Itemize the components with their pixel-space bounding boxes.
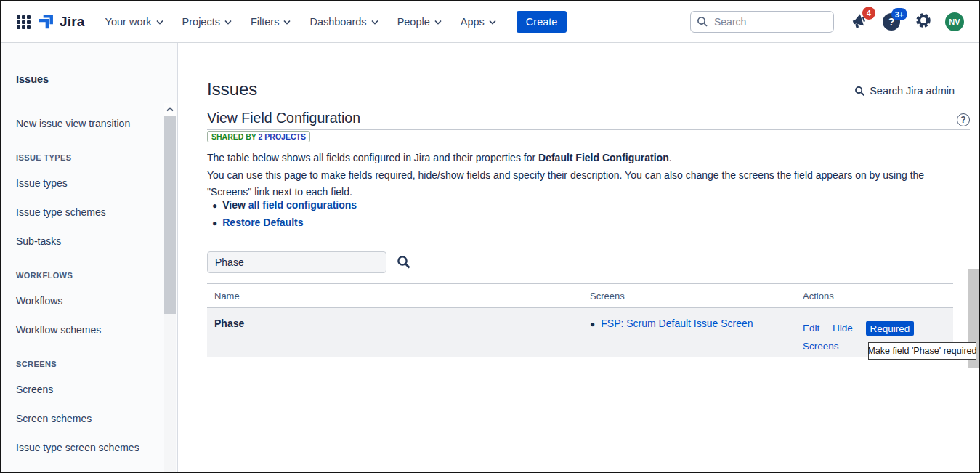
help-button[interactable]: ? 3+ bbox=[883, 13, 900, 31]
sidebar-item-workflow-schemes[interactable]: Workflow schemes bbox=[16, 324, 101, 336]
required-tooltip: Make field 'Phase' required bbox=[868, 342, 976, 360]
table-row: Phase ●FSP: Scrum Default Issue Screen E… bbox=[207, 308, 953, 357]
nav-item-your-work[interactable]: Your work bbox=[105, 16, 163, 28]
navbar-right: 4 ? 3+ NV bbox=[690, 11, 968, 33]
sidebar-section-workflows: WORKFLOWS bbox=[16, 271, 73, 280]
restore-defaults-link[interactable]: Restore Defaults bbox=[222, 217, 303, 228]
settings-button[interactable] bbox=[915, 12, 932, 32]
required-action-link[interactable]: Required bbox=[866, 321, 915, 336]
sidebar-section-screens: SCREENS bbox=[16, 360, 57, 368]
magnifier-icon bbox=[854, 86, 865, 97]
sidebar-item-issue-type-schemes[interactable]: Issue type schemes bbox=[16, 206, 106, 218]
section-help-icon[interactable]: ? bbox=[957, 113, 970, 126]
search-icon bbox=[697, 16, 708, 31]
field-screens-cell: ●FSP: Scrum Default Issue Screen bbox=[590, 318, 753, 329]
user-avatar[interactable]: NV bbox=[945, 12, 964, 31]
bullet-dot: ● bbox=[212, 218, 217, 228]
jira-admin-window: Jira Your work Projects Filters Dashboar… bbox=[0, 0, 980, 473]
description-paragraph: You can use this page to make fields req… bbox=[207, 167, 970, 201]
sidebar-item-screens[interactable]: Screens bbox=[16, 384, 53, 395]
filter-search-icon[interactable] bbox=[397, 255, 411, 272]
sidebar-item-screen-schemes[interactable]: Screen schemes bbox=[16, 413, 92, 424]
sidebar-scrollbar[interactable] bbox=[164, 103, 176, 472]
jira-logo[interactable]: Jira bbox=[38, 12, 85, 33]
search-jira-admin-link[interactable]: Search Jira admin bbox=[854, 85, 955, 97]
jira-logo-text: Jira bbox=[60, 14, 85, 30]
chevron-down-icon bbox=[371, 20, 378, 25]
sidebar-title: Issues bbox=[16, 73, 49, 85]
global-search bbox=[690, 11, 834, 33]
column-header-screens: Screens bbox=[590, 291, 625, 302]
config-name-bold: Default Field Configuration bbox=[538, 152, 669, 163]
chevron-down-icon bbox=[283, 20, 291, 25]
field-configuration-table: Name Screens Actions Phase ●FSP: Scrum D… bbox=[207, 283, 953, 357]
gear-icon bbox=[915, 19, 932, 31]
sidebar-item-new-issue-view-transition[interactable]: New issue view transition bbox=[16, 118, 130, 129]
sidebar-scrollbar-thumb[interactable] bbox=[164, 116, 176, 314]
column-header-actions: Actions bbox=[803, 291, 834, 302]
bullet-dot: ● bbox=[212, 201, 217, 211]
screen-link[interactable]: FSP: Scrum Default Issue Screen bbox=[601, 318, 753, 329]
app-switcher-icon[interactable] bbox=[17, 15, 31, 29]
help-count-badge: 3+ bbox=[891, 8, 907, 20]
bullet-dot: ● bbox=[590, 319, 595, 329]
intro-paragraph: The table below shows all fields configu… bbox=[207, 150, 970, 166]
all-field-configurations-link[interactable]: all field configurations bbox=[248, 199, 357, 211]
sidebar-item-issue-types[interactable]: Issue types bbox=[16, 177, 68, 189]
chevron-up-icon bbox=[166, 107, 174, 112]
nav-item-people[interactable]: People bbox=[397, 16, 442, 28]
nav-item-projects[interactable]: Projects bbox=[182, 16, 232, 28]
chevron-down-icon bbox=[224, 20, 232, 25]
chevron-down-icon bbox=[156, 20, 163, 25]
search-input[interactable] bbox=[690, 11, 834, 33]
nav-item-apps[interactable]: Apps bbox=[461, 16, 496, 28]
page-title: Issues bbox=[207, 79, 257, 100]
megaphone-icon bbox=[850, 20, 868, 32]
sidebar-item-sub-tasks[interactable]: Sub-tasks bbox=[16, 235, 61, 247]
edit-action-link[interactable]: Edit bbox=[803, 323, 819, 333]
nav-item-filters[interactable]: Filters bbox=[251, 16, 291, 28]
admin-sidebar: Issues New issue view transition ISSUE T… bbox=[1, 43, 178, 472]
create-button[interactable]: Create bbox=[517, 11, 567, 33]
column-header-name: Name bbox=[214, 291, 240, 302]
shared-count-label: 2 PROJECTS bbox=[259, 132, 306, 141]
view-all-configurations-item: ●View all field configurations bbox=[212, 199, 357, 211]
sidebar-section-issue-types: ISSUE TYPES bbox=[16, 153, 72, 162]
nav-item-dashboards[interactable]: Dashboards bbox=[309, 16, 378, 28]
sidebar-item-issue-type-screen-schemes[interactable]: Issue type screen schemes bbox=[16, 442, 139, 453]
screens-action-link[interactable]: Screens bbox=[803, 341, 839, 352]
jira-logo-icon bbox=[38, 12, 56, 33]
field-filter-input[interactable] bbox=[207, 251, 386, 273]
shared-by-badge[interactable]: SHARED BY 2 PROJECTS bbox=[207, 131, 310, 142]
restore-defaults-item: ●Restore Defaults bbox=[212, 217, 304, 228]
table-header-row: Name Screens Actions bbox=[207, 283, 953, 308]
chevron-down-icon bbox=[434, 20, 442, 25]
heading-divider bbox=[207, 129, 970, 130]
shared-by-label: SHARED BY bbox=[211, 132, 259, 141]
field-name-cell: Phase bbox=[214, 318, 244, 329]
top-navbar: Jira Your work Projects Filters Dashboar… bbox=[1, 1, 979, 43]
scroll-up-arrow[interactable] bbox=[164, 103, 176, 116]
sidebar-item-workflows[interactable]: Workflows bbox=[16, 295, 62, 307]
main-content: Issues Search Jira admin View Field Conf… bbox=[179, 43, 979, 472]
hide-action-link[interactable]: Hide bbox=[833, 323, 853, 333]
chevron-down-icon bbox=[489, 20, 496, 25]
section-title: View Field Configuration bbox=[207, 110, 360, 126]
notifications-count-badge: 4 bbox=[862, 7, 875, 20]
notifications-button[interactable]: 4 bbox=[850, 12, 868, 33]
